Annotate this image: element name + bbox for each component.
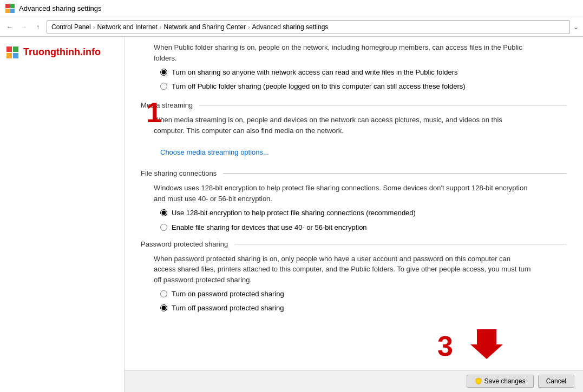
file-sharing-heading: File sharing connections <box>141 169 567 177</box>
arrow-down-annotation <box>470 329 503 361</box>
password-sharing-radio1[interactable] <box>160 290 167 297</box>
address-bar: ← → ↑ Control Panel › Network and Intern… <box>0 17 583 37</box>
file-sharing-option2[interactable]: Enable file sharing for devices that use… <box>160 223 567 232</box>
title-bar-text: Advanced sharing settings <box>19 4 101 12</box>
app-icon <box>5 4 15 13</box>
bottom-actions: Save changes Cancel <box>125 370 583 392</box>
annotation-3: 3 <box>437 330 453 362</box>
password-sharing-radio2[interactable] <box>160 304 167 311</box>
breadcrumb-dropdown-icon[interactable]: ⌄ <box>573 23 579 31</box>
password-sharing-option1-label: Turn on password protected sharing <box>172 289 284 299</box>
password-sharing-description: When password protected sharing is on, o… <box>154 254 533 285</box>
breadcrumb-advanced-sharing[interactable]: Advanced sharing settings <box>252 23 329 31</box>
file-sharing-label: File sharing connections <box>141 169 217 177</box>
breadcrumb-control-panel[interactable]: Control Panel <box>51 23 91 31</box>
media-streaming-description: When media streaming is on, people and d… <box>154 115 533 136</box>
file-sharing-option1-label: Use 128-bit encryption to help protect f… <box>172 208 416 218</box>
file-sharing-option2-label: Enable file sharing for devices that use… <box>172 223 367 232</box>
content-inner: 1 When Public folder sharing is on, peop… <box>141 42 567 350</box>
public-folder-option2-label: Turn off Public folder sharing (people l… <box>172 82 466 91</box>
public-folder-options: Turn on sharing so anyone with network a… <box>160 68 567 91</box>
media-streaming-link[interactable]: Choose media streaming options... <box>160 148 269 156</box>
password-sharing-label: Password protected sharing <box>141 240 228 248</box>
cancel-label: Cancel <box>546 377 566 385</box>
password-sharing-options: Turn on password protected sharing Turn … <box>160 289 567 313</box>
cancel-button[interactable]: Cancel <box>538 375 574 388</box>
file-sharing-options: Use 128-bit encryption to help protect f… <box>160 208 567 232</box>
forward-button[interactable]: → <box>18 22 29 32</box>
public-folder-option1[interactable]: Turn on sharing so anyone with network a… <box>160 68 567 77</box>
password-sharing-option1[interactable]: Turn on password protected sharing <box>160 289 567 299</box>
back-button[interactable]: ← <box>4 22 15 32</box>
file-sharing-option1[interactable]: Use 128-bit encryption to help protect f… <box>160 208 567 218</box>
save-button[interactable]: Save changes <box>467 375 534 388</box>
password-sharing-option2[interactable]: Turn off password protected sharing <box>160 303 567 313</box>
breadcrumb-network-internet[interactable]: Network and Internet <box>97 23 157 31</box>
public-folder-radio2[interactable] <box>160 83 167 90</box>
password-sharing-option2-label: Turn off password protected sharing <box>172 303 284 313</box>
public-folder-radio1[interactable] <box>160 69 167 76</box>
svg-marker-0 <box>470 329 503 359</box>
public-folder-option2[interactable]: Turn off Public folder sharing (people l… <box>160 82 567 91</box>
sidebar: Truongthinh.info <box>0 37 125 392</box>
file-sharing-description: Windows uses 128-bit encryption to help … <box>154 183 533 204</box>
save-icon <box>475 377 482 385</box>
sidebar-logo: Truongthinh.info <box>0 43 124 65</box>
logo-icon <box>6 46 18 58</box>
breadcrumb-network-sharing[interactable]: Network and Sharing Center <box>163 23 245 31</box>
logo-text: Truongthinh.info <box>23 46 101 57</box>
file-sharing-radio2[interactable] <box>160 224 167 231</box>
breadcrumb: Control Panel › Network and Internet › N… <box>47 20 570 34</box>
file-sharing-radio1[interactable] <box>160 209 167 216</box>
annotation-1: 1 <box>146 96 162 129</box>
save-label: Save changes <box>484 377 526 385</box>
media-streaming-heading: Media streaming <box>141 101 567 109</box>
password-sharing-heading: Password protected sharing <box>141 240 567 248</box>
main-layout: Truongthinh.info 1 When Public folder sh… <box>0 37 583 392</box>
up-button[interactable]: ↑ <box>32 22 43 32</box>
title-bar: Advanced sharing settings <box>0 0 583 17</box>
content-area: 1 When Public folder sharing is on, peop… <box>125 37 583 392</box>
public-folder-option1-label: Turn on sharing so anyone with network a… <box>172 68 457 77</box>
public-folder-description: When Public folder sharing is on, people… <box>154 42 533 63</box>
